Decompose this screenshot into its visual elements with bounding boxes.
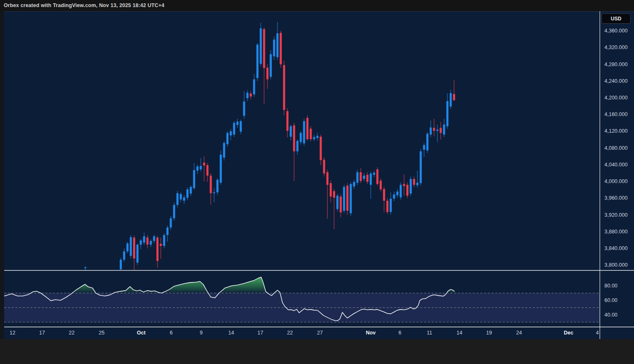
time-axis-label: 22 — [287, 330, 293, 336]
time-axis-label: 6 — [399, 330, 402, 336]
time-axis-label: 14 — [228, 330, 234, 336]
price-axis-label: 4,080.000 — [604, 145, 628, 151]
time-axis-label: 14 — [457, 330, 462, 336]
price-axis-label: 4,360.000 — [604, 28, 628, 34]
indicator-axis-label: 80.00 — [604, 283, 617, 289]
price-axis-label: 4,120.000 — [604, 128, 628, 134]
price-axis-label: 4,240.000 — [604, 78, 628, 84]
currency-toggle-button[interactable]: USD — [602, 13, 631, 24]
tradingview-chart-window: Orbex created with TradingView.com, Nov … — [0, 0, 634, 364]
indicator-axis-label: 60.00 — [604, 297, 617, 303]
price-axis-label: 4,160.000 — [604, 111, 628, 117]
time-axis-label: 4 — [596, 330, 599, 336]
time-axis-label: 25 — [99, 330, 105, 336]
price-axis-label: 4,320.000 — [604, 45, 628, 50]
price-axis-label: 4,040.000 — [604, 162, 628, 168]
time-axis-label: Dec — [564, 330, 574, 336]
time-axis-label: Oct — [137, 330, 146, 336]
footer-bar: TradingView — [0, 339, 634, 364]
price-axis-label: 4,280.000 — [604, 62, 628, 67]
time-axis-label: 22 — [69, 330, 75, 336]
time-axis-label: 27 — [317, 330, 323, 336]
price-axis-label: 4,200.000 — [604, 95, 628, 101]
price-axis-label: 3,960.000 — [604, 195, 628, 201]
time-axis-label: 24 — [516, 330, 522, 336]
indicator-axis-label: 40.00 — [604, 312, 617, 318]
chart-canvas[interactable] — [0, 0, 634, 364]
price-axis-label: 3,880.000 — [604, 229, 628, 235]
time-axis-label: 9 — [200, 330, 203, 336]
time-axis-label: Nov — [366, 330, 376, 336]
price-axis-label: 3,920.000 — [604, 212, 628, 218]
time-axis-label: 17 — [39, 330, 45, 336]
time-axis-label: 12 — [10, 330, 15, 336]
price-axis-label: 4,000.000 — [604, 178, 628, 184]
time-axis-label: 11 — [427, 330, 432, 336]
price-axis-label: 3,800.000 — [604, 262, 628, 268]
time-axis-label: 17 — [257, 330, 263, 336]
time-axis-label: 19 — [486, 330, 492, 336]
price-axis-label: 3,840.000 — [604, 245, 628, 251]
time-axis-label: 6 — [170, 330, 173, 336]
